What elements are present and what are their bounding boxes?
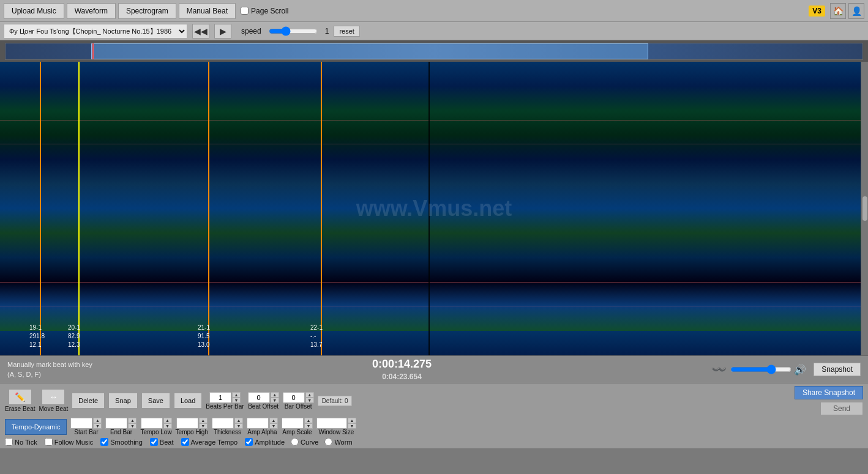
reset-button[interactable]: reset bbox=[334, 26, 359, 37]
status-bar: Manually mark beat with key (A, S, D, F)… bbox=[0, 355, 868, 383]
erase-beat-button[interactable]: ✏️ bbox=[9, 389, 32, 405]
worm-radio-label[interactable]: Worm bbox=[324, 438, 352, 446]
bar-offset-label: Bar Offset bbox=[285, 403, 312, 410]
amp-alpha-down[interactable]: ▼ bbox=[269, 423, 278, 429]
default-box: Default: 0 bbox=[318, 396, 353, 406]
send-button[interactable]: Send bbox=[820, 402, 863, 415]
beats-per-bar-input[interactable]: 1 bbox=[209, 392, 231, 403]
start-bar-label: Start Bar bbox=[74, 429, 98, 435]
tempo-dynamic-button[interactable]: Tempo-Dynamic bbox=[5, 419, 67, 435]
beat-checkbox-label[interactable]: Beat bbox=[150, 438, 174, 446]
file-row: Фу Цонг Fou Ts'ong【Chopin_ Nocturne No.1… bbox=[0, 22, 868, 40]
delete-button[interactable]: Delete bbox=[72, 393, 105, 409]
no-tick-checkbox[interactable] bbox=[5, 438, 13, 446]
amp-scale-label: Amp Scale bbox=[282, 429, 312, 435]
tempo-high-input[interactable] bbox=[176, 418, 198, 429]
bar-offset-up[interactable]: ▲ bbox=[305, 392, 314, 398]
radio-row: Curve Worm bbox=[291, 438, 352, 446]
overview-waveform-bar[interactable] bbox=[5, 43, 863, 60]
smoothing-label[interactable]: Smoothing bbox=[100, 438, 143, 446]
thickness-label: Thickness bbox=[214, 429, 241, 435]
tempo-high-control: ▲ ▼ Tempo High bbox=[176, 418, 208, 435]
worm-radio[interactable] bbox=[324, 438, 332, 446]
average-tempo-checkbox[interactable] bbox=[181, 438, 189, 446]
bar-offset-down[interactable]: ▼ bbox=[305, 398, 314, 403]
amp-alpha-label: Amp Alpha bbox=[247, 429, 277, 435]
thickness-up[interactable]: ▲ bbox=[234, 418, 243, 423]
beat-offset-up[interactable]: ▲ bbox=[271, 392, 279, 398]
page-scroll-label: Page Scroll bbox=[241, 7, 288, 15]
spectrogram-area[interactable]: 19-1 291.8 12.1 20-1 82.9 12.3 21-1 91.5… bbox=[0, 62, 868, 355]
overview-bar[interactable] bbox=[0, 40, 868, 62]
amplitude-label[interactable]: Amplitude bbox=[245, 438, 285, 446]
amp-scale-spinners: ▲ ▼ bbox=[304, 418, 313, 429]
tempo-low-input[interactable] bbox=[141, 418, 163, 429]
share-snapshot-button[interactable]: Share Snapshot bbox=[795, 386, 863, 399]
beats-per-bar-spinners: ▲ ▼ bbox=[232, 392, 241, 403]
no-tick-label[interactable]: No Tick bbox=[5, 438, 37, 446]
tempo-high-up[interactable]: ▲ bbox=[199, 418, 208, 423]
beat-checkbox[interactable] bbox=[150, 438, 158, 446]
start-bar-up[interactable]: ▲ bbox=[93, 418, 102, 423]
speed-slider[interactable] bbox=[269, 26, 318, 36]
waveform-overlay-mid bbox=[0, 282, 861, 306]
amp-scale-input[interactable] bbox=[282, 418, 304, 429]
tempo-low-control: ▲ ▼ Tempo Low bbox=[140, 418, 171, 435]
load-button[interactable]: Load bbox=[174, 393, 202, 409]
manual-beat-button[interactable]: Manual Beat bbox=[179, 3, 236, 19]
curve-radio[interactable] bbox=[291, 438, 299, 446]
tempo-low-down[interactable]: ▼ bbox=[163, 423, 172, 429]
spectrogram-button[interactable]: Spectrogram bbox=[118, 3, 176, 19]
beat-marker-21 bbox=[208, 62, 209, 355]
waveform-button[interactable]: Waveform bbox=[67, 3, 116, 19]
end-bar-up[interactable]: ▲ bbox=[128, 418, 137, 423]
user-button[interactable]: 👤 bbox=[848, 3, 864, 19]
save-button[interactable]: Save bbox=[141, 393, 170, 409]
page-scroll-checkbox[interactable] bbox=[241, 7, 249, 15]
amp-scale-up[interactable]: ▲ bbox=[304, 418, 313, 423]
tempo-high-down[interactable]: ▼ bbox=[199, 423, 208, 429]
prev-button[interactable]: ◀◀ bbox=[192, 24, 209, 39]
beats-per-bar-up[interactable]: ▲ bbox=[232, 392, 241, 398]
follow-music-checkbox[interactable] bbox=[45, 438, 53, 446]
play-button[interactable]: ▶ bbox=[214, 24, 231, 39]
start-bar-input[interactable] bbox=[70, 418, 92, 429]
scrollbar-thumb[interactable] bbox=[862, 196, 867, 221]
bar-offset-spinners: ▲ ▼ bbox=[305, 392, 314, 403]
end-bar-down[interactable]: ▼ bbox=[128, 423, 137, 429]
tempo-low-up[interactable]: ▲ bbox=[163, 418, 172, 423]
bar-offset-input[interactable]: 0 bbox=[283, 392, 305, 403]
average-tempo-label[interactable]: Average Tempo bbox=[181, 438, 238, 446]
snapshot-button[interactable]: Snapshot bbox=[814, 363, 861, 376]
amp-alpha-up[interactable]: ▲ bbox=[269, 418, 278, 423]
follow-music-label[interactable]: Follow Music bbox=[45, 438, 94, 446]
beat-offset-down[interactable]: ▼ bbox=[271, 398, 279, 403]
smoothing-checkbox[interactable] bbox=[100, 438, 108, 446]
upload-music-button[interactable]: Upload Music bbox=[4, 3, 64, 19]
curve-radio-label[interactable]: Curve bbox=[291, 438, 318, 446]
amp-scale-control: ▲ ▼ Amp Scale bbox=[282, 418, 313, 435]
move-beat-button[interactable]: ↔️ bbox=[42, 389, 65, 405]
amp-scale-down[interactable]: ▼ bbox=[304, 423, 313, 429]
bottom-controls: ✏️ Erase Beat ↔️ Move Beat Delete Snap S… bbox=[0, 383, 868, 448]
thickness-spinners: ▲ ▼ bbox=[234, 418, 243, 429]
default-label: Default: bbox=[322, 398, 343, 404]
window-size-up[interactable]: ▲ bbox=[348, 418, 356, 423]
beat-offset-input[interactable]: 0 bbox=[248, 392, 270, 403]
amp-alpha-control: ▲ ▼ Amp Alpha bbox=[247, 418, 278, 435]
thickness-input[interactable] bbox=[212, 418, 234, 429]
volume-slider[interactable] bbox=[730, 365, 791, 374]
beats-per-bar-down[interactable]: ▼ bbox=[232, 398, 241, 403]
start-bar-down[interactable]: ▼ bbox=[93, 423, 102, 429]
amplitude-checkbox[interactable] bbox=[245, 438, 253, 446]
window-size-input[interactable] bbox=[316, 418, 347, 429]
window-size-down[interactable]: ▼ bbox=[348, 423, 356, 429]
home-button[interactable]: 🏠 bbox=[830, 3, 846, 19]
amp-alpha-input[interactable] bbox=[247, 418, 269, 429]
file-select[interactable]: Фу Цонг Fou Ts'ong【Chopin_ Nocturne No.1… bbox=[4, 24, 187, 39]
scrollbar[interactable] bbox=[861, 62, 868, 355]
thickness-down[interactable]: ▼ bbox=[234, 423, 243, 429]
end-bar-input[interactable] bbox=[105, 418, 127, 429]
beat-offset-spinners: ▲ ▼ bbox=[271, 392, 279, 403]
snap-button[interactable]: Snap bbox=[108, 393, 138, 409]
